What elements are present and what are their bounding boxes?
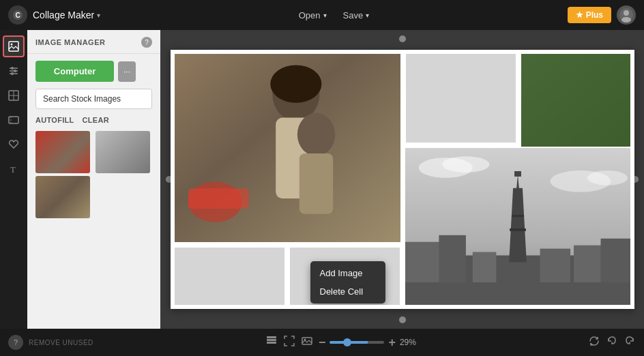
canvas-area: Add Image Delete Cell xyxy=(160,30,644,329)
app-title[interactable]: Collage Maker ▾ xyxy=(33,10,100,20)
svg-rect-16 xyxy=(9,117,18,123)
zoom-slider[interactable] xyxy=(330,341,384,344)
app-logo[interactable]: C xyxy=(8,5,27,25)
redo-icon[interactable] xyxy=(624,335,636,350)
layers-icon[interactable] xyxy=(265,335,278,350)
thumbnail-paris[interactable] xyxy=(96,131,150,173)
upload-row: Computer ··· xyxy=(35,61,152,82)
svg-point-6 xyxy=(11,44,13,46)
sidebar-item-background[interactable] xyxy=(3,109,25,131)
topbar-center: Open Save xyxy=(293,8,375,23)
more-button[interactable]: ··· xyxy=(118,61,136,82)
sidebar-item-layout[interactable] xyxy=(3,85,25,106)
svg-rect-49 xyxy=(600,239,630,282)
thumbnail-grid xyxy=(35,131,152,218)
svg-rect-23 xyxy=(299,153,332,214)
zoom-minus-icon[interactable]: − xyxy=(319,336,326,350)
svg-point-22 xyxy=(297,113,334,156)
sidebar-content: Computer ··· Search Stock Images AUTOFIL… xyxy=(27,54,160,329)
bottombar-right xyxy=(588,335,636,350)
svg-point-11 xyxy=(14,70,16,72)
sidebar-help-button[interactable]: ? xyxy=(141,37,152,48)
autofill-button[interactable]: AUTOFILL xyxy=(35,116,74,124)
context-delete-cell[interactable]: Delete Cell xyxy=(310,282,385,301)
sidebar-header: IMAGE MANAGER ? xyxy=(27,30,160,54)
search-stock-button[interactable]: Search Stock Images xyxy=(35,89,152,109)
edge-dot-bottom xyxy=(399,316,406,323)
svg-rect-47 xyxy=(439,235,466,282)
zoom-plus-icon[interactable]: + xyxy=(388,336,396,350)
svg-point-4 xyxy=(621,17,631,23)
topbar-left: C Collage Maker ▾ xyxy=(8,5,100,25)
svg-rect-26 xyxy=(188,188,248,209)
thumbnail-scooter[interactable] xyxy=(35,131,90,173)
plus-button[interactable]: ★ Plus xyxy=(568,7,611,23)
undo-icon[interactable] xyxy=(606,335,618,350)
loop-icon[interactable] xyxy=(588,335,600,350)
app-title-chevron: ▾ xyxy=(97,12,100,19)
cell-mom-child[interactable] xyxy=(173,53,402,243)
sidebar-item-favorites[interactable] xyxy=(3,134,25,155)
svg-rect-5 xyxy=(9,42,18,51)
context-add-image[interactable]: Add Image xyxy=(310,264,385,282)
bottombar-left: ? REMOVE UNUSED xyxy=(8,335,93,350)
star-icon: ★ xyxy=(576,10,583,20)
zoom-controls: − + 29% xyxy=(319,336,416,350)
svg-text:T: T xyxy=(10,164,16,175)
svg-rect-51 xyxy=(540,249,570,282)
cell-empty3[interactable]: Add Image Delete Cell xyxy=(289,246,401,306)
svg-rect-45 xyxy=(512,215,524,217)
help-button[interactable]: ? xyxy=(8,335,23,350)
svg-rect-59 xyxy=(302,338,312,344)
icon-bar: T xyxy=(0,30,27,329)
svg-rect-58 xyxy=(267,336,276,338)
save-button[interactable]: Save xyxy=(338,8,375,23)
svg-rect-57 xyxy=(267,342,276,344)
sidebar-item-images[interactable] xyxy=(3,35,25,57)
svg-rect-50 xyxy=(472,252,496,282)
svg-point-3 xyxy=(624,10,629,16)
computer-button[interactable]: Computer xyxy=(35,61,114,82)
image-view-icon[interactable] xyxy=(301,335,313,350)
image-manager-title: IMAGE MANAGER xyxy=(35,38,105,46)
autofill-row: AUTOFILL CLEAR xyxy=(35,116,152,124)
avatar[interactable] xyxy=(617,5,636,25)
main-layout: T IMAGE MANAGER ? Computer ··· Search St… xyxy=(0,30,644,329)
svg-text:C: C xyxy=(15,12,20,19)
bottombar: ? REMOVE UNUSED − + 29% xyxy=(0,329,644,356)
sidebar-item-adjust[interactable] xyxy=(3,60,25,82)
svg-rect-43 xyxy=(514,171,521,177)
bottombar-center: − + 29% xyxy=(102,335,580,350)
open-button[interactable]: Open xyxy=(293,8,332,23)
cell-empty2[interactable] xyxy=(173,246,286,306)
topbar: C Collage Maker ▾ Open Save ★ Plus xyxy=(0,0,644,30)
collage-canvas: Add Image Delete Cell xyxy=(171,50,634,309)
cell-paris[interactable] xyxy=(404,147,632,306)
zoom-fit-icon[interactable] xyxy=(283,335,295,350)
svg-point-24 xyxy=(270,65,321,102)
thumbnail-mom-child[interactable] xyxy=(35,176,90,218)
svg-rect-44 xyxy=(510,228,526,231)
svg-rect-56 xyxy=(267,339,276,341)
clear-button[interactable]: CLEAR xyxy=(83,116,109,124)
context-menu: Add Image Delete Cell xyxy=(310,261,385,303)
zoom-value: 29% xyxy=(400,338,416,347)
svg-point-53 xyxy=(442,156,489,173)
topbar-right: ★ Plus xyxy=(568,5,636,25)
svg-point-12 xyxy=(11,72,14,75)
remove-unused-label: REMOVE UNUSED xyxy=(29,339,93,346)
svg-point-10 xyxy=(11,67,14,70)
edge-dot-top xyxy=(399,35,406,42)
cell-empty1[interactable] xyxy=(405,53,517,144)
svg-point-55 xyxy=(587,170,627,186)
sidebar-item-text[interactable]: T xyxy=(3,158,25,180)
sidebar-panel: IMAGE MANAGER ? Computer ··· Search Stoc… xyxy=(27,30,160,329)
